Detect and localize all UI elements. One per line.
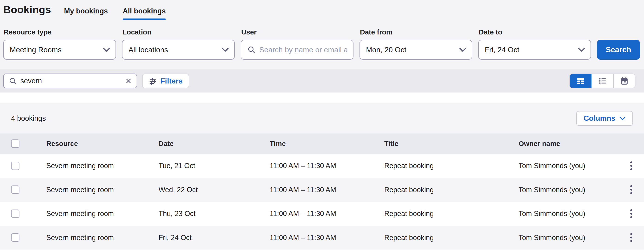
row-checkbox[interactable] — [11, 210, 20, 218]
header-section: Bookings My bookings All bookings Resour… — [0, 0, 644, 69]
tab-label: My bookings — [64, 7, 108, 15]
cell-title: Repeat booking — [384, 210, 518, 218]
cell-resource: Severn meeting room — [46, 210, 158, 218]
tab-underline-active — [123, 18, 166, 20]
select-all-checkbox[interactable] — [11, 139, 20, 148]
filter-user: User — [241, 28, 354, 60]
date-to-value: Fri, 24 Oct — [485, 45, 574, 54]
cell-resource: Severn meeting room — [46, 162, 158, 170]
cell-owner: Tom Simmonds (you) — [518, 210, 616, 218]
list-view-button[interactable] — [592, 74, 613, 88]
column-header-title: Title — [384, 140, 518, 148]
results-count: 4 bookings — [11, 114, 46, 123]
tabs: My bookings All bookings — [64, 4, 166, 20]
clear-search-icon[interactable] — [125, 77, 132, 84]
resource-type-select[interactable]: Meeting Rooms — [3, 40, 116, 60]
date-from-select[interactable]: Mon, 20 Oct — [360, 40, 472, 60]
filters-button[interactable]: Filters — [142, 73, 189, 88]
cell-owner: Tom Simmonds (you) — [518, 186, 616, 194]
cell-resource: Severn meeting room — [46, 186, 158, 194]
columns-button[interactable]: Columns — [576, 111, 633, 126]
page-title: Bookings — [3, 4, 51, 16]
kebab-icon — [630, 209, 632, 211]
tab-label: All bookings — [123, 7, 166, 15]
table-view-icon — [576, 76, 585, 86]
date-from-label: Date from — [360, 28, 472, 36]
table-header-row: Resource Date Time Title Owner name — [0, 133, 644, 154]
tab-all-bookings[interactable]: All bookings — [123, 7, 166, 20]
header-checkbox-cell — [0, 139, 46, 148]
column-header-owner: Owner name — [518, 140, 616, 148]
filter-date-from: Date from Mon, 20 Oct — [360, 28, 472, 60]
row-menu-button[interactable] — [618, 182, 644, 197]
cell-title: Repeat booking — [384, 162, 518, 170]
date-to-label: Date to — [479, 28, 591, 36]
cell-time: 11:00 AM – 11:30 AM — [270, 210, 384, 218]
spacer — [0, 92, 644, 103]
table-row: Severn meeting room Fri, 24 Oct 11:00 AM… — [0, 226, 644, 250]
columns-button-label: Columns — [584, 114, 615, 123]
cell-time: 11:00 AM – 11:30 AM — [270, 234, 384, 242]
kebab-icon — [630, 233, 632, 235]
search-icon — [247, 45, 256, 54]
cell-owner: Tom Simmonds (you) — [518, 162, 616, 170]
resource-type-value: Meeting Rooms — [10, 45, 99, 54]
cell-time: 11:00 AM – 11:30 AM — [270, 186, 384, 194]
cell-date: Fri, 24 Oct — [158, 234, 270, 242]
column-header-time: Time — [270, 140, 384, 148]
row-menu-button[interactable] — [618, 230, 644, 245]
filters-button-label: Filters — [160, 77, 183, 85]
filters-tune-icon — [148, 77, 157, 85]
filter-resource-type: Resource type Meeting Rooms — [3, 28, 116, 60]
table-search-input[interactable] — [20, 77, 121, 85]
location-label: Location — [122, 28, 235, 36]
row-checkbox[interactable] — [11, 186, 20, 194]
row-checkbox[interactable] — [11, 233, 20, 242]
results-header: 4 bookings Columns — [0, 103, 644, 133]
table-row: Severn meeting room Wed, 22 Oct 11:00 AM… — [0, 178, 644, 202]
date-from-value: Mon, 20 Oct — [366, 45, 456, 54]
chevron-down-icon — [578, 48, 585, 52]
cell-time: 11:00 AM – 11:30 AM — [270, 162, 384, 170]
table-row: Severn meeting room Thu, 23 Oct 11:00 AM… — [0, 202, 644, 226]
table-search-box — [3, 73, 137, 88]
row-menu-button[interactable] — [618, 158, 644, 173]
user-label: User — [241, 28, 354, 36]
row-menu-button[interactable] — [618, 206, 644, 221]
cell-title: Repeat booking — [384, 234, 518, 242]
chevron-down-icon — [222, 48, 229, 52]
resource-type-label: Resource type — [4, 28, 116, 36]
user-search-input[interactable] — [259, 45, 348, 54]
row-checkbox[interactable] — [11, 162, 20, 170]
kebab-icon — [630, 185, 632, 187]
tab-my-bookings[interactable]: My bookings — [64, 7, 108, 20]
list-view-icon — [598, 76, 607, 86]
filter-location: Location All locations — [122, 28, 235, 60]
tab-underline — [64, 18, 108, 20]
filters-row: Resource type Meeting Rooms Location All… — [3, 28, 640, 60]
column-header-resource: Resource — [46, 140, 158, 148]
chevron-down-icon — [620, 117, 626, 120]
cell-date: Thu, 23 Oct — [158, 210, 270, 218]
table-view-button[interactable] — [570, 74, 592, 88]
location-value: All locations — [128, 45, 218, 54]
results-panel: 4 bookings Columns Resource Date Time Ti… — [0, 103, 644, 250]
location-select[interactable]: All locations — [122, 40, 235, 60]
user-search-field — [241, 40, 354, 60]
calendar-view-button[interactable] — [613, 74, 635, 88]
cell-resource: Severn meeting room — [46, 234, 158, 242]
chevron-down-icon — [459, 48, 466, 52]
search-icon — [9, 77, 17, 85]
filter-date-to: Date to Fri, 24 Oct — [478, 28, 591, 60]
title-row: Bookings My bookings All bookings — [3, 4, 640, 20]
cell-date: Tue, 21 Oct — [158, 162, 270, 170]
view-toggle — [569, 73, 636, 88]
bookings-page: Bookings My bookings All bookings Resour… — [0, 0, 644, 250]
cell-owner: Tom Simmonds (you) — [518, 234, 616, 242]
search-button[interactable]: Search — [597, 40, 640, 60]
toolbar: Filters — [0, 69, 644, 92]
table-row: Severn meeting room Tue, 21 Oct 11:00 AM… — [0, 154, 644, 178]
chevron-down-icon — [103, 48, 110, 52]
date-to-select[interactable]: Fri, 24 Oct — [478, 40, 591, 60]
cell-date: Wed, 22 Oct — [158, 186, 270, 194]
